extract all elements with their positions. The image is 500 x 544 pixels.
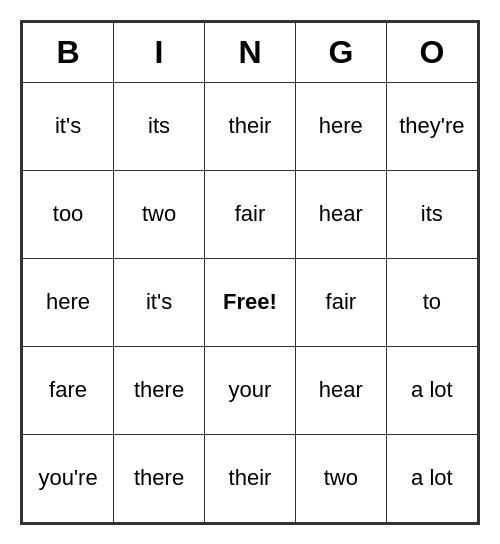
table-row: farethereyourheara lot bbox=[23, 346, 478, 434]
cell-r4-c3: two bbox=[295, 434, 386, 522]
cell-r0-c2: their bbox=[205, 82, 296, 170]
header-b: B bbox=[23, 22, 114, 82]
cell-r1-c1: two bbox=[114, 170, 205, 258]
bingo-table: B I N G O it'sitstheirherethey'retootwof… bbox=[22, 22, 478, 523]
cell-r1-c4: its bbox=[386, 170, 477, 258]
header-o: O bbox=[386, 22, 477, 82]
table-row: it'sitstheirherethey're bbox=[23, 82, 478, 170]
cell-r3-c1: there bbox=[114, 346, 205, 434]
cell-r3-c2: your bbox=[205, 346, 296, 434]
cell-r2-c0: here bbox=[23, 258, 114, 346]
bingo-card: B I N G O it'sitstheirherethey'retootwof… bbox=[20, 20, 480, 525]
cell-r1-c2: fair bbox=[205, 170, 296, 258]
cell-r3-c3: hear bbox=[295, 346, 386, 434]
cell-r1-c3: hear bbox=[295, 170, 386, 258]
cell-r2-c2: Free! bbox=[205, 258, 296, 346]
cell-r4-c2: their bbox=[205, 434, 296, 522]
cell-r0-c4: they're bbox=[386, 82, 477, 170]
cell-r2-c3: fair bbox=[295, 258, 386, 346]
cell-r0-c0: it's bbox=[23, 82, 114, 170]
table-row: hereit'sFree!fairto bbox=[23, 258, 478, 346]
header-row: B I N G O bbox=[23, 22, 478, 82]
cell-r3-c0: fare bbox=[23, 346, 114, 434]
cell-r4-c0: you're bbox=[23, 434, 114, 522]
table-row: you'retheretheirtwoa lot bbox=[23, 434, 478, 522]
table-row: tootwofairhearits bbox=[23, 170, 478, 258]
header-n: N bbox=[205, 22, 296, 82]
cell-r2-c4: to bbox=[386, 258, 477, 346]
cell-r0-c3: here bbox=[295, 82, 386, 170]
cell-r2-c1: it's bbox=[114, 258, 205, 346]
header-g: G bbox=[295, 22, 386, 82]
cell-r1-c0: too bbox=[23, 170, 114, 258]
cell-r3-c4: a lot bbox=[386, 346, 477, 434]
cell-r4-c4: a lot bbox=[386, 434, 477, 522]
cell-r0-c1: its bbox=[114, 82, 205, 170]
cell-r4-c1: there bbox=[114, 434, 205, 522]
header-i: I bbox=[114, 22, 205, 82]
